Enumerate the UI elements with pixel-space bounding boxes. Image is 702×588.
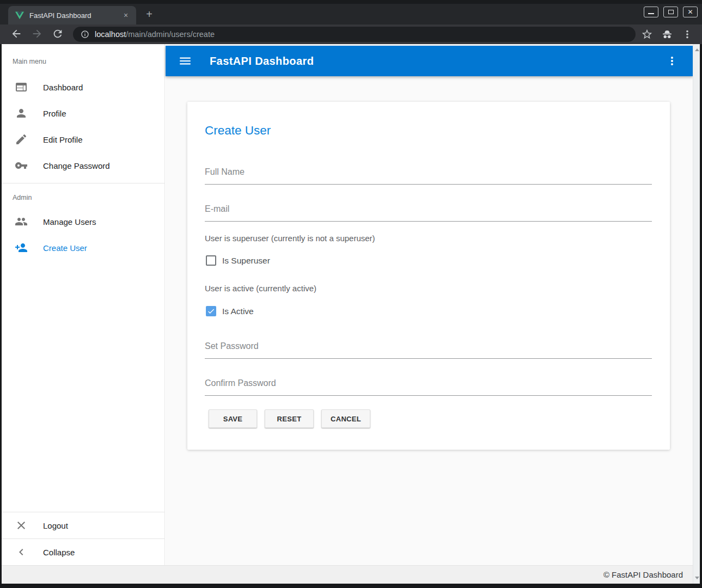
hamburger-menu-icon[interactable]: [178, 54, 192, 68]
sidebar-item-label: Change Password: [43, 161, 110, 170]
sidebar-item-label: Profile: [43, 109, 66, 118]
maximize-icon: [668, 10, 674, 14]
window-maximize-button[interactable]: [663, 7, 678, 17]
info-icon[interactable]: [81, 30, 89, 39]
cancel-button[interactable]: CANCEL: [321, 409, 370, 428]
chevron-left-icon: [15, 546, 28, 559]
page-viewport: Main menu Dashboard Profile Edit Profile…: [2, 44, 700, 584]
person-icon: [15, 107, 28, 120]
save-button[interactable]: SAVE: [209, 409, 257, 428]
scrollbar-up-arrow[interactable]: [693, 46, 700, 53]
sidebar-section-main-menu: Main menu: [2, 44, 164, 74]
sidebar-item-label: Logout: [43, 521, 68, 530]
tab-title: FastAPI Dashboard: [29, 11, 121, 20]
set-password-input[interactable]: [205, 337, 652, 359]
url-text: localhost/main/admin/users/create: [95, 30, 215, 39]
sidebar-item-profile[interactable]: Profile: [2, 100, 164, 126]
appbar-kebab-menu-icon[interactable]: [666, 54, 679, 68]
key-icon: [15, 159, 28, 172]
vue-logo-icon: [15, 11, 24, 20]
is-superuser-label[interactable]: Is Superuser: [222, 256, 270, 266]
browser-tab[interactable]: FastAPI Dashboard ×: [8, 6, 136, 24]
appbar-title: FastAPI Dashboard: [210, 55, 666, 68]
sidebar: Main menu Dashboard Profile Edit Profile…: [2, 44, 165, 565]
sidebar-item-dashboard[interactable]: Dashboard: [2, 74, 164, 100]
is-superuser-checkbox[interactable]: [206, 255, 216, 266]
page-footer: © FastAPI Dashboard: [2, 565, 693, 584]
sidebar-item-collapse[interactable]: Collapse: [2, 539, 164, 565]
pencil-icon: [15, 133, 28, 146]
is-superuser-row[interactable]: Is Superuser: [206, 255, 270, 266]
incognito-icon: [661, 28, 674, 41]
url-bar[interactable]: localhost/main/admin/users/create: [73, 27, 636, 42]
forward-button[interactable]: [31, 28, 44, 41]
browser-toolbar: localhost/main/admin/users/create: [0, 24, 702, 44]
main-content: FastAPI Dashboard Create User User is su…: [166, 44, 693, 565]
is-active-checkbox[interactable]: [206, 306, 216, 316]
reset-button[interactable]: RESET: [265, 409, 314, 428]
sidebar-item-manage-users[interactable]: Manage Users: [2, 209, 164, 235]
sidebar-item-label: Create User: [43, 243, 87, 253]
page-title: Create User: [205, 124, 271, 138]
dashboard-icon: [15, 81, 28, 94]
superuser-hint: User is superuser (currently is not a su…: [205, 234, 375, 243]
close-icon: ✕: [687, 9, 693, 15]
new-tab-button[interactable]: +: [143, 8, 156, 21]
minimize-icon: [648, 13, 654, 14]
create-user-card: Create User User is superuser (currently…: [187, 102, 670, 450]
reload-button[interactable]: [52, 28, 65, 41]
app-bar: FastAPI Dashboard: [166, 46, 693, 76]
vertical-scrollbar[interactable]: [693, 44, 700, 584]
sidebar-section-admin: Admin: [2, 183, 164, 209]
window-close-button[interactable]: ✕: [683, 7, 698, 17]
person-add-icon: [15, 241, 28, 254]
active-hint: User is active (currently active): [205, 284, 316, 293]
sidebar-item-change-password[interactable]: Change Password: [2, 152, 164, 179]
sidebar-item-label: Edit Profile: [43, 135, 83, 144]
people-icon: [15, 215, 28, 228]
browser-titlebar: FastAPI Dashboard × + ✕: [0, 0, 702, 24]
sidebar-item-edit-profile[interactable]: Edit Profile: [2, 126, 164, 152]
email-input[interactable]: [205, 200, 652, 222]
window-minimize-button[interactable]: [644, 7, 658, 17]
is-active-row[interactable]: Is Active: [206, 306, 254, 316]
bookmark-star-icon[interactable]: [641, 28, 653, 40]
sidebar-item-label: Manage Users: [43, 217, 96, 226]
copyright-text: © FastAPI Dashboard: [603, 570, 683, 579]
browser-menu-kebab-icon[interactable]: [681, 28, 693, 40]
sidebar-item-logout[interactable]: Logout: [2, 512, 164, 538]
close-x-icon: [15, 519, 28, 532]
scrollbar-down-arrow[interactable]: [693, 574, 700, 581]
check-icon: [207, 307, 215, 315]
full-name-input[interactable]: [205, 163, 652, 185]
tab-close-icon[interactable]: ×: [121, 10, 131, 20]
is-active-label[interactable]: Is Active: [222, 307, 254, 316]
sidebar-item-label: Collapse: [43, 548, 75, 557]
back-button[interactable]: [10, 28, 23, 41]
sidebar-item-label: Dashboard: [43, 83, 83, 92]
confirm-password-input[interactable]: [205, 374, 652, 396]
sidebar-item-create-user[interactable]: Create User: [2, 235, 164, 261]
